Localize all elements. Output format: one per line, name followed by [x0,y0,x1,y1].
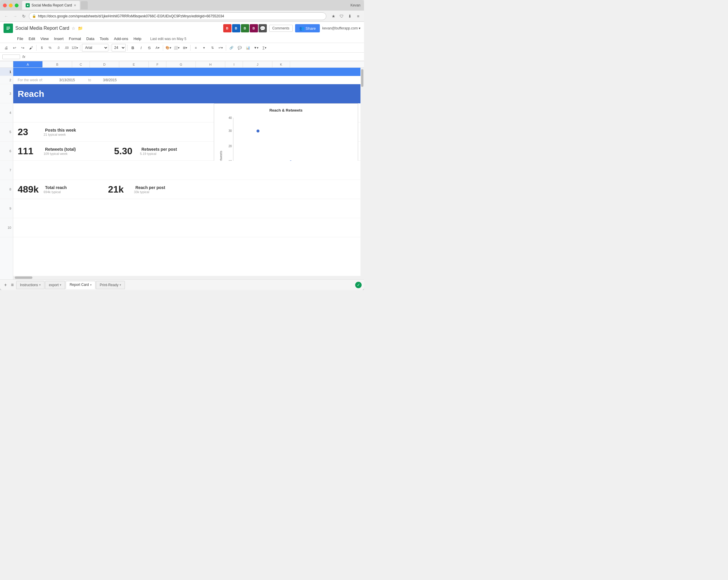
menu-button[interactable]: ≡ [355,12,362,20]
bold-button[interactable]: B [129,44,137,52]
tab-export[interactable]: export ▾ [45,281,65,289]
row-num-4[interactable]: 4 [0,103,13,123]
menu-view[interactable]: View [38,35,51,42]
row-num-9[interactable]: 9 [0,199,13,218]
folder-icon[interactable]: 📁 [78,26,83,31]
add-sheet-button[interactable]: + [2,282,8,288]
address-bar[interactable]: 🔒 https://docs.google.com/spreadsheets/d… [29,12,326,20]
col-header-i[interactable]: I [225,61,243,68]
decimal-dec-button[interactable]: .0 [54,44,62,52]
col-header-a[interactable]: A [13,61,43,68]
undo-button[interactable]: ↩ [10,44,18,52]
col-header-d[interactable]: D [90,61,119,68]
link-button[interactable]: 🔗 [228,44,235,52]
font-color-button[interactable]: A▾ [154,44,161,52]
sheets-list-button[interactable]: ≡ [9,282,15,288]
percent-button[interactable]: % [46,44,54,52]
scrollbar-right[interactable] [361,68,364,280]
star-icon[interactable]: ☆ [72,26,75,31]
downloads-button[interactable]: ⬇ [346,12,354,20]
maximize-button[interactable] [15,3,19,7]
strikethrough-button[interactable]: S [146,44,153,52]
close-button[interactable] [3,3,7,7]
menu-addons[interactable]: Add-ons [112,35,130,42]
col-header-k[interactable]: K [272,61,290,68]
font-selector[interactable]: Arial [82,44,108,52]
col-header-c[interactable]: C [72,61,90,68]
user-chevron[interactable]: ▾ [359,26,361,30]
italic-button[interactable]: I [137,44,145,52]
addon-icon-2[interactable]: B [232,24,240,32]
inactive-tab[interactable] [81,1,88,9]
addon-icon-3[interactable]: B [241,24,249,32]
active-tab[interactable]: ■ Social Media Report Card ✕ [22,1,80,10]
addon-button[interactable]: 🛡 [338,12,345,20]
tab-close-button[interactable]: ✕ [74,3,76,7]
row-num-2[interactable]: 2 [0,76,13,84]
wrap-button[interactable]: ↵▾ [217,44,225,52]
chart-button[interactable]: 📊 [244,44,252,52]
minimize-button[interactable] [9,3,13,7]
row-num-8[interactable]: 8 [0,180,13,199]
menu-tools[interactable]: Tools [97,35,111,42]
row-2[interactable]: For the week of: 3/13/2015 to 3/8/2015 [13,76,364,84]
row-9[interactable] [13,199,364,218]
col-header-e[interactable]: E [119,61,149,68]
function-button[interactable]: ∑▾ [261,44,268,52]
row-6-retweets[interactable]: 111 Retweets (total) 109 typical week 5.… [13,141,364,161]
col-header-h[interactable]: H [196,61,225,68]
number-format-button[interactable]: 123▾ [71,44,79,52]
row-num-3[interactable]: 3 [0,84,13,103]
menu-help[interactable]: Help [131,35,144,42]
col-header-b[interactable]: B [43,61,72,68]
menu-file[interactable]: File [15,35,26,42]
row-1[interactable] [13,68,364,76]
row-num-6[interactable]: 6 [0,141,13,161]
currency-button[interactable]: $ [38,44,46,52]
tab-report-card[interactable]: Report Card ▾ [66,281,95,289]
addon-icon-1[interactable]: B [223,24,232,32]
formula-input[interactable] [28,55,362,59]
tab-instructions[interactable]: Instructions ▾ [16,281,45,289]
row-num-10[interactable]: 10 [0,218,13,237]
row-num-1[interactable]: 1 [0,68,13,76]
menu-insert[interactable]: Insert [52,35,66,42]
row-8-reach[interactable]: 489k Total reach 694k typical 21k Reach … [13,180,364,199]
cell-reference[interactable] [2,54,20,59]
menu-edit[interactable]: Edit [26,35,37,42]
filter-button[interactable]: ▼▾ [252,44,260,52]
col-header-j[interactable]: J [243,61,272,68]
menu-data[interactable]: Data [84,35,97,42]
row-num-5[interactable]: 5 [0,123,13,141]
row-3-reach-header[interactable]: Reach [13,84,364,103]
addon-icon-4[interactable]: B [250,24,258,32]
paint-format-button[interactable]: 🖌 [27,44,35,52]
merge-button[interactable]: ⊞▾ [181,44,189,52]
row-7[interactable] [13,161,364,180]
addon-icon-5[interactable]: 💬 [259,24,267,32]
comment-button[interactable]: 💬 [236,44,243,52]
scroll-thumb[interactable] [361,69,363,87]
borders-button[interactable]: ⬜▾ [173,44,181,52]
print-button[interactable]: 🖨 [2,44,10,52]
redo-button[interactable]: ↪ [19,44,26,52]
bookmark-button[interactable]: ★ [330,12,337,20]
refresh-button[interactable]: ↻ [20,12,28,20]
fill-color-button[interactable]: 🎨▾ [165,44,172,52]
align-center-button[interactable]: ▾ [200,44,208,52]
scrollbar-bottom[interactable] [13,276,361,280]
row-num-7[interactable]: 7 [0,161,13,180]
valign-button[interactable]: ⇅ [208,44,216,52]
align-left-button[interactable]: ≡ [192,44,200,52]
row-10[interactable] [13,218,364,237]
forward-button[interactable]: → [11,12,19,20]
tab-print-ready[interactable]: Print-Ready ▾ [96,281,125,289]
decimal-inc-button[interactable]: .00 [63,44,70,52]
col-header-g[interactable]: G [166,61,196,68]
col-header-f[interactable]: F [149,61,166,68]
share-button[interactable]: 👥 Share [295,24,320,32]
back-button[interactable]: ← [2,12,10,20]
comments-button[interactable]: Comments [269,25,293,32]
size-selector[interactable]: 24 [112,44,126,52]
menu-format[interactable]: Format [67,35,83,42]
